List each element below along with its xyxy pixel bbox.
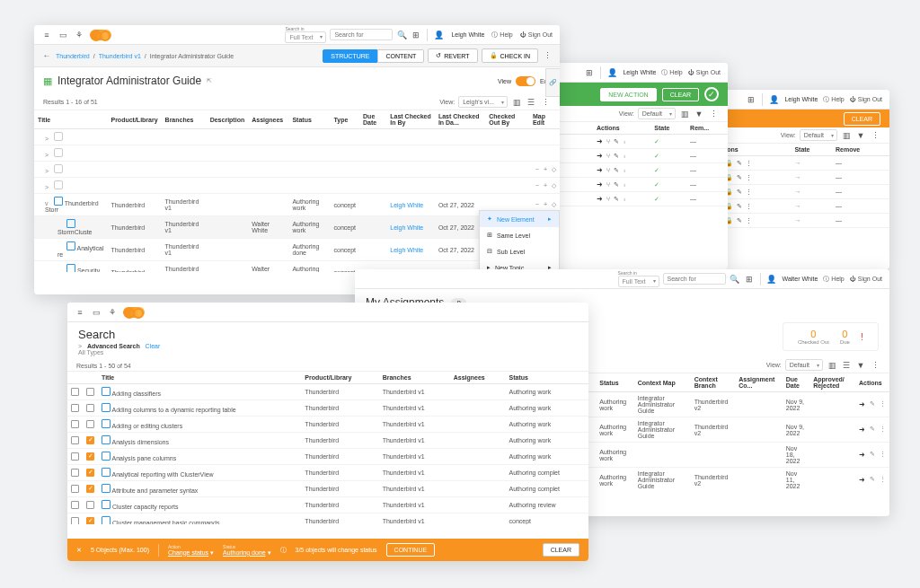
view-select[interactable]: Default xyxy=(800,129,837,141)
col-header[interactable]: Status xyxy=(288,110,330,129)
diamond-icon[interactable]: ◇ xyxy=(552,182,556,189)
search-input[interactable] xyxy=(330,29,393,40)
edit-icon[interactable]: ✎ xyxy=(614,153,619,159)
more-icon[interactable]: ⋮ xyxy=(746,189,752,195)
table-row[interactable]: Attribute and parameter syntax Thunderbi… xyxy=(67,481,588,497)
plus-icon[interactable]: + xyxy=(544,182,547,189)
col-header[interactable] xyxy=(67,372,83,384)
diamond-icon[interactable]: ◇ xyxy=(552,201,556,208)
col-header[interactable]: Status xyxy=(596,373,634,392)
status-select[interactable]: Authoring done xyxy=(223,549,265,556)
edit-icon[interactable]: ✎ xyxy=(614,181,619,188)
clear-button[interactable]: CLEAR xyxy=(543,543,579,557)
col-header[interactable]: Last Checked In By xyxy=(386,110,435,129)
remove-icon[interactable]: — xyxy=(836,217,842,224)
search-in-select[interactable]: Full Text xyxy=(618,276,659,287)
table-row[interactable]: Cluster capacity reports ThunderbirdThun… xyxy=(67,497,588,513)
structure-button[interactable]: STRUCTURE xyxy=(323,49,377,63)
row-checkbox[interactable] xyxy=(71,485,79,493)
columns-icon[interactable]: ▥ xyxy=(679,109,690,119)
table-row[interactable]: Adding columns to a dynamic reporting ta… xyxy=(67,400,588,417)
table-row[interactable]: Adding classifiers ThunderbirdThunderbir… xyxy=(67,384,588,400)
col-header[interactable]: Context Branch xyxy=(691,373,736,392)
row-checkbox[interactable] xyxy=(71,420,79,428)
remove-icon[interactable]: — xyxy=(690,196,696,202)
edit-icon[interactable]: ✎ xyxy=(737,217,742,224)
columns-icon[interactable]: ▥ xyxy=(827,360,837,371)
col-header[interactable]: Type xyxy=(331,110,360,129)
columns-icon[interactable]: ▥ xyxy=(511,97,522,108)
remove-icon[interactable]: — xyxy=(690,181,696,188)
rows-icon[interactable]: ☰ xyxy=(526,97,536,108)
revert-button[interactable]: ↺ REVERT xyxy=(428,48,477,63)
back-icon[interactable]: ← xyxy=(41,50,52,61)
expand-icon[interactable]: v xyxy=(45,200,52,206)
row-checkbox[interactable] xyxy=(86,469,94,477)
filter-icon[interactable]: ▼ xyxy=(694,109,704,119)
fork-icon[interactable]: ⑂ xyxy=(606,181,610,188)
grid-icon[interactable]: ⊞ xyxy=(744,274,755,285)
more-icon[interactable]: ⋮ xyxy=(623,153,626,159)
col-header[interactable]: Title xyxy=(98,372,301,384)
remove-icon[interactable]: — xyxy=(690,167,696,173)
remove-icon[interactable]: — xyxy=(690,153,696,159)
col-header[interactable]: Status xyxy=(506,372,589,384)
more-icon[interactable]: ⋮ xyxy=(623,138,626,145)
edit-icon[interactable]: ✎ xyxy=(870,400,875,408)
row-checkbox[interactable] xyxy=(86,501,94,509)
more-icon[interactable]: ⋮ xyxy=(880,426,886,434)
edit-icon[interactable]: ✎ xyxy=(614,138,619,145)
col-header[interactable] xyxy=(83,372,98,384)
sidebar-tab[interactable]: 🔗 xyxy=(545,68,560,97)
remove-icon[interactable]: — xyxy=(836,189,842,195)
user-link[interactable]: Leigh White xyxy=(390,247,423,253)
new-action-button[interactable]: NEW ACTION xyxy=(600,88,656,101)
remove-icon[interactable]: — xyxy=(836,203,842,209)
minus-icon[interactable]: − xyxy=(535,201,539,208)
grid-icon[interactable]: ⊞ xyxy=(584,67,595,78)
view-select[interactable]: Default xyxy=(638,108,676,119)
edit-icon[interactable]: ✎ xyxy=(870,451,875,459)
signout-link[interactable]: ⏻ Sign Out xyxy=(688,69,721,75)
edit-icon[interactable]: ✎ xyxy=(737,203,742,209)
menu-icon[interactable]: ≡ xyxy=(75,307,85,318)
arrow-icon[interactable]: ➜ xyxy=(597,180,603,189)
table-row[interactable]: > −+◇ xyxy=(34,162,560,178)
col-header[interactable]: Assignees xyxy=(248,110,288,129)
filter-icon[interactable]: ▼ xyxy=(855,360,866,371)
table-row[interactable]: Analysis dimensions ThunderbirdThunderbi… xyxy=(67,433,588,449)
link-icon[interactable]: ⇱ xyxy=(207,77,212,84)
expand-icon[interactable]: > xyxy=(78,343,85,349)
users-icon[interactable]: ⚘ xyxy=(74,30,84,40)
arrow-icon[interactable]: ➜ xyxy=(597,166,603,174)
arrow-icon[interactable]: ➜ xyxy=(597,137,603,145)
col-header[interactable]: Context Map xyxy=(634,373,691,392)
more-icon[interactable]: ⋮ xyxy=(623,181,626,188)
row-checkbox[interactable] xyxy=(86,436,94,444)
filter-icon[interactable]: ▼ xyxy=(855,130,866,141)
col-header[interactable]: Product/Library xyxy=(301,372,378,384)
users-icon[interactable]: ⚘ xyxy=(107,307,118,318)
expand-icon[interactable]: > xyxy=(45,184,52,190)
col-header[interactable]: Due Date xyxy=(359,110,386,129)
row-checkbox[interactable] xyxy=(71,501,79,509)
edit-icon[interactable]: ✎ xyxy=(870,426,875,434)
more-icon[interactable]: ⋮ xyxy=(708,109,719,119)
plus-icon[interactable]: + xyxy=(544,201,547,208)
user-link[interactable]: Leigh White xyxy=(390,202,423,208)
grid-icon[interactable]: ⊞ xyxy=(411,30,421,40)
user-link[interactable]: Leigh White xyxy=(390,224,423,231)
col-header[interactable]: Checked Out By xyxy=(485,110,529,129)
remove-icon[interactable]: — xyxy=(690,138,696,145)
fork-icon[interactable]: ⑂ xyxy=(606,196,610,202)
col-header[interactable]: Assignees xyxy=(450,372,506,384)
help-link[interactable]: ⓘ Help xyxy=(823,95,844,104)
row-checkbox[interactable] xyxy=(86,420,94,428)
arrow-icon[interactable]: ➜ xyxy=(597,195,603,203)
columns-icon[interactable]: ▥ xyxy=(841,130,852,141)
col-header[interactable]: Due Date xyxy=(783,373,809,392)
row-checkbox[interactable] xyxy=(71,452,79,461)
row-checkbox[interactable] xyxy=(86,452,94,461)
action-select[interactable]: Change status xyxy=(168,549,208,556)
col-header[interactable]: Title xyxy=(34,110,107,129)
